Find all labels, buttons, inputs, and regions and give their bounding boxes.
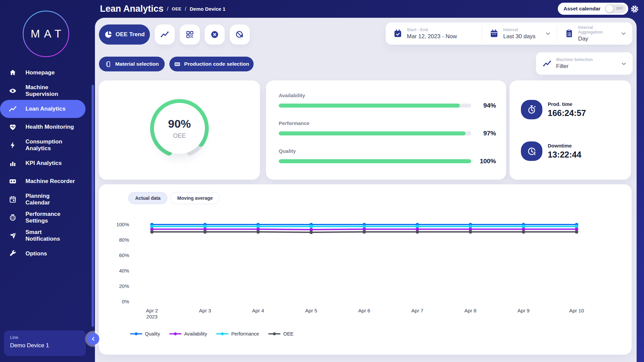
- oee-gauge-label: OEE: [173, 132, 186, 139]
- sidebar-item-machine-recorder[interactable]: Machine Recorder: [0, 172, 95, 190]
- legend-item-performance[interactable]: Performance: [216, 331, 259, 337]
- no-downtime-chart-icon: [235, 30, 244, 39]
- x-axis-tick: Apr 4: [252, 308, 264, 313]
- sidebar-item-health-monitoring[interactable]: Health Monitoring: [0, 118, 95, 136]
- asset-calendar-label: Asset calendar: [564, 6, 600, 12]
- data-point: [575, 230, 578, 234]
- kpi-bar-label: Performance: [279, 120, 496, 126]
- chevron-down-icon: [620, 30, 627, 37]
- legend-marker: [130, 332, 142, 336]
- sidebar-item-label: Planning Calendar: [25, 193, 50, 206]
- clock-alert-icon: [521, 141, 542, 161]
- kpi-bar-fill: [279, 159, 471, 163]
- shutter-icon: [0, 214, 25, 222]
- sidebar-item-label: Consumption Analytics: [25, 138, 62, 152]
- start-end-label: Start - End: [407, 27, 457, 32]
- start-end-filter[interactable]: Start - End Mar 12, 2023 - Now: [386, 22, 482, 45]
- sidebar-item-homepage[interactable]: Homepage: [0, 64, 95, 82]
- kpi-bar-label: Availability: [279, 93, 496, 98]
- data-point: [363, 230, 366, 234]
- x-axis-tick: Apr 8: [465, 308, 477, 313]
- sidebar-item-label: Health Monitoring: [25, 124, 74, 130]
- sidebar: MAT HomepageMachine SupervisionLean Anal…: [0, 0, 95, 362]
- sidebar-item-label: Options: [25, 250, 47, 257]
- recorder-icon: [0, 177, 25, 185]
- interval-filter[interactable]: Interval Last 30 days: [482, 22, 556, 45]
- kpi-bar-fill: [279, 104, 460, 108]
- tab-actual-data[interactable]: Actual data: [128, 192, 167, 204]
- trend-icon: [0, 105, 25, 113]
- trend-chart-card: Actual dataMoving average 100%80%60%40%2…: [99, 184, 632, 355]
- kpi-bar-label: Quality: [279, 148, 496, 154]
- data-point: [416, 230, 419, 234]
- apq-bars-card: Availability94%Performance97%Quality100%: [266, 80, 506, 180]
- grid-view-button[interactable]: [180, 24, 200, 45]
- start-end-value: Mar 12, 2023 - Now: [407, 33, 457, 40]
- time-value: 166:24:57: [548, 108, 586, 118]
- app-root: MAT HomepageMachine SupervisionLean Anal…: [0, 0, 644, 362]
- legend-marker: [268, 332, 280, 336]
- legend-item-availability[interactable]: Availability: [169, 331, 207, 337]
- oee-trend-label: OEE Trend: [116, 31, 145, 38]
- tab-moving-average[interactable]: Moving average: [170, 192, 220, 204]
- data-point: [522, 230, 525, 234]
- sidebar-item-smart-notifications[interactable]: Smart Notifications: [0, 227, 95, 245]
- sidebar-item-planning-calendar[interactable]: Planning Calendar: [0, 190, 95, 208]
- sidebar-item-kpi-analytics[interactable]: KPI Analytics: [0, 154, 95, 172]
- calendar-check-icon: [393, 29, 402, 38]
- sidebar-item-label: KPI Analytics: [25, 160, 62, 167]
- device-panel[interactable]: Line Demo Device 1: [4, 330, 86, 356]
- kpi-bar-value: 97%: [477, 130, 496, 137]
- breadcrumb-item-oee[interactable]: OEE: [172, 6, 181, 11]
- sidebar-item-options[interactable]: Options: [0, 245, 95, 263]
- y-axis-tick: 20%: [119, 283, 129, 289]
- kpi-bar-performance: Performance97%: [279, 120, 496, 137]
- trend-view-button[interactable]: [155, 24, 175, 45]
- downtime-view-button[interactable]: [230, 24, 250, 45]
- oee-gauge-card: 90% OEE: [99, 80, 260, 180]
- send-icon: [0, 232, 25, 240]
- date-filter-card: Start - End Mar 12, 2023 - Now Interval: [386, 22, 632, 45]
- sidebar-item-machine-supervision[interactable]: Machine Supervision: [0, 82, 95, 100]
- chevron-down-icon: [545, 30, 551, 37]
- toggle-knob: [606, 5, 613, 12]
- y-axis-tick: 40%: [119, 268, 129, 274]
- close-view-button[interactable]: [205, 24, 225, 45]
- device-panel-label: Line: [10, 335, 80, 340]
- aggregation-value: Day: [578, 36, 616, 42]
- asset-calendar-toggle[interactable]: OFF: [605, 4, 626, 13]
- settings-gear-button[interactable]: [630, 5, 639, 13]
- main-content: OEE Trend: [95, 18, 637, 362]
- legend-item-quality[interactable]: Quality: [130, 331, 160, 337]
- time-item-prod-time: Prod. time166:24:57: [521, 100, 631, 119]
- material-selection-button[interactable]: Material selection: [99, 57, 165, 71]
- production-code-selection-label: Production code selection: [184, 61, 249, 67]
- sidebar-collapse-button[interactable]: [87, 333, 99, 345]
- circle-x-icon: [210, 30, 219, 39]
- kpi-bar-fill: [279, 131, 466, 135]
- sidebar-item-performance-settings[interactable]: Performance Settings: [0, 208, 95, 227]
- data-point: [203, 230, 207, 234]
- chevron-down-icon: [621, 60, 627, 67]
- line-chart-icon: [160, 30, 169, 39]
- data-point: [150, 230, 154, 234]
- data-point: [310, 231, 313, 234]
- machine-selection-dropdown[interactable]: Machine Selection Filler: [536, 52, 633, 75]
- asset-calendar-control[interactable]: Asset calendar OFF: [558, 3, 628, 15]
- breadcrumb-item-device[interactable]: Demo Device 1: [190, 6, 225, 12]
- chart-legend: QualityAvailabilityPerformanceOEE: [130, 331, 293, 337]
- x-axis-tick: Apr 9: [518, 308, 530, 313]
- oee-trend-tab[interactable]: OEE Trend: [99, 24, 150, 45]
- legend-label: Performance: [231, 331, 259, 337]
- legend-marker: [169, 332, 181, 336]
- sidebar-scrollbar[interactable]: [92, 85, 94, 327]
- x-axis-year: 2023: [146, 314, 157, 319]
- aggregation-label: Interval Aggregation: [578, 25, 616, 35]
- beaker-icon: [105, 61, 112, 68]
- production-code-selection-button[interactable]: Production code selection: [169, 57, 254, 71]
- sidebar-item-lean-analytics[interactable]: Lean Analytics: [0, 100, 86, 118]
- aggregation-filter[interactable]: Interval Aggregation Day: [557, 22, 632, 45]
- trend-line-chart: 100%80%60%40%20%0%Apr 22023Apr 3Apr 4Apr…: [99, 204, 622, 322]
- legend-item-oee[interactable]: OEE: [268, 331, 293, 337]
- sidebar-item-consumption-analytics[interactable]: Consumption Analytics: [0, 136, 95, 154]
